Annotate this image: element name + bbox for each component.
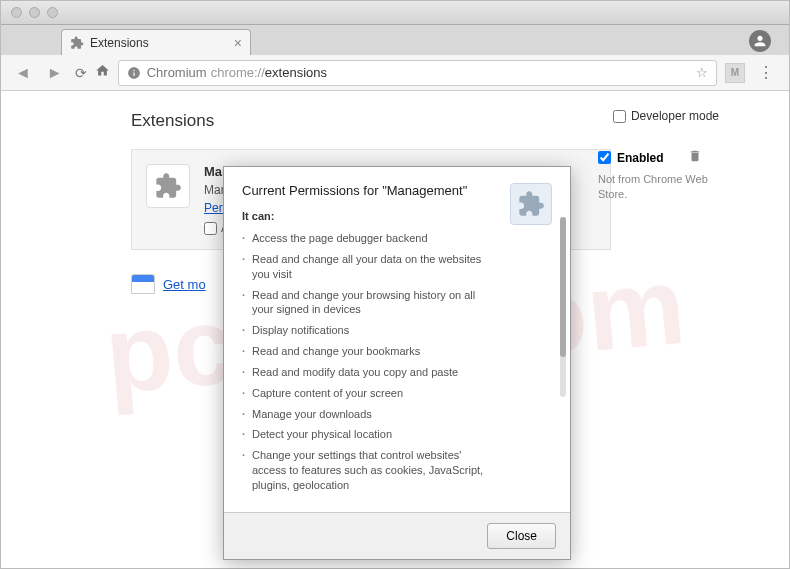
- profile-avatar[interactable]: [749, 30, 771, 52]
- permission-item: Capture content of your screen: [242, 383, 496, 404]
- permission-item: Read and change your bookmarks: [242, 341, 496, 362]
- window-titlebar: [1, 1, 789, 25]
- trash-icon[interactable]: [688, 149, 702, 166]
- permission-item: Read and modify data you copy and paste: [242, 362, 496, 383]
- browser-menu-icon[interactable]: ⋮: [753, 63, 779, 82]
- address-bar[interactable]: Chromium chrome://extensions ☆: [118, 60, 717, 86]
- dialog-extension-icon: [510, 183, 552, 225]
- developer-mode-checkbox[interactable]: [613, 110, 626, 123]
- tab-close-icon[interactable]: ×: [234, 35, 242, 51]
- browser-toolbar: ◄ ► ⟳ Chromium chrome://extensions ☆ M ⋮: [1, 55, 789, 91]
- dialog-scrollbar[interactable]: [560, 217, 566, 397]
- it-can-label: It can:: [242, 210, 496, 222]
- extension-card-icon: [146, 164, 190, 208]
- allow-checkbox[interactable]: [204, 222, 217, 235]
- browser-tab[interactable]: Extensions ×: [61, 29, 251, 55]
- forward-button[interactable]: ►: [43, 60, 67, 86]
- page-info-icon: [127, 66, 141, 80]
- enabled-checkbox[interactable]: [598, 151, 611, 164]
- tab-title: Extensions: [90, 36, 149, 50]
- close-button[interactable]: Close: [487, 523, 556, 549]
- permission-item: Read and change your browsing history on…: [242, 285, 496, 321]
- omnibox-path: extensions: [265, 65, 327, 80]
- reload-button[interactable]: ⟳: [75, 65, 87, 81]
- web-store-icon: [131, 274, 155, 294]
- permission-item: Detect your physical location: [242, 424, 496, 445]
- close-window-button[interactable]: [11, 7, 22, 18]
- dialog-title: Current Permissions for "Management": [242, 183, 496, 198]
- maximize-window-button[interactable]: [47, 7, 58, 18]
- minimize-window-button[interactable]: [29, 7, 40, 18]
- enabled-label: Enabled: [617, 151, 664, 165]
- permission-item: Manage your downloads: [242, 404, 496, 425]
- extension-page-icon: [70, 36, 84, 50]
- omnibox-scheme: chrome://: [211, 65, 265, 80]
- not-from-store-label: Not from Chrome Web Store.: [598, 172, 708, 203]
- omnibox-prefix: Chromium: [147, 65, 207, 80]
- permission-item: Read and change all your data on the web…: [242, 249, 496, 285]
- permission-item: Change your settings that control websit…: [242, 445, 496, 496]
- permission-item: Access the page debugger backend: [242, 228, 496, 249]
- home-button[interactable]: [95, 63, 110, 82]
- back-button[interactable]: ◄: [11, 60, 35, 86]
- developer-mode-label: Developer mode: [631, 109, 719, 123]
- bookmark-star-icon[interactable]: ☆: [696, 65, 708, 80]
- permission-item: Display notifications: [242, 320, 496, 341]
- permissions-list: Access the page debugger backendRead and…: [242, 228, 496, 496]
- extension-badge[interactable]: M: [725, 63, 745, 83]
- permissions-dialog: Current Permissions for "Management" It …: [223, 166, 571, 560]
- tab-bar: Extensions ×: [1, 25, 789, 55]
